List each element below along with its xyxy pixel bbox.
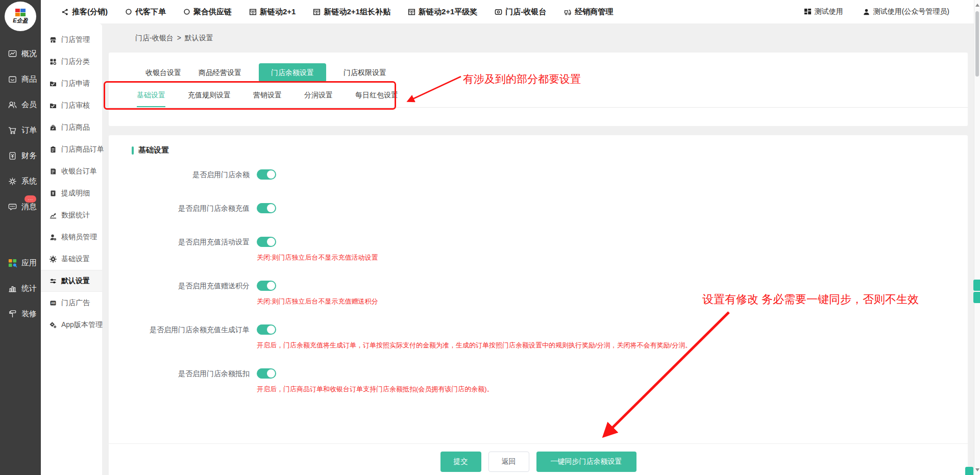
back-button[interactable]: 返回: [488, 452, 529, 472]
sidebar-item-label: 概况: [21, 49, 37, 59]
sidebar-item-members[interactable]: 会员: [0, 92, 41, 117]
row-note: 开启后，门店余额充值将生成订单，订单按照实际支付的金额为准，生成的订单按照门店余…: [257, 341, 692, 350]
toggle-enable-recharge-points[interactable]: [257, 281, 276, 291]
submenu-item-store-ads[interactable]: AD 门店广告: [41, 292, 102, 314]
form-row: 是否启用门店余额充值生成订单 开启后，门店余额充值将生成订单，订单按照实际支付的…: [109, 324, 968, 350]
brand-logo: E企盈: [5, 2, 36, 31]
topnav-label: 门店-收银台: [505, 7, 546, 17]
ledger-icon: [249, 8, 257, 16]
submenu-label: 收银台订单: [61, 167, 97, 176]
topbar-account-label: 测试使用: [815, 7, 843, 16]
submenu-label: 门店商品订单: [61, 145, 104, 154]
overview-icon: [8, 49, 17, 59]
section-title: 基础设置: [132, 145, 968, 155]
tab-store-permission-settings[interactable]: 门店权限设置: [344, 63, 386, 82]
toggle-enable-balance-recharge[interactable]: [257, 203, 276, 213]
scrollbar-up-arrow[interactable]: [975, 4, 979, 7]
submenu-item-store-audit[interactable]: 门店审核: [41, 94, 102, 116]
submenu-label: 门店申请: [61, 79, 90, 88]
annotation-text-subtabs: 有涉及到的部分都要设置: [463, 72, 581, 86]
sidebar-item-finance[interactable]: 财务: [0, 143, 41, 168]
submenu-item-store-goods-orders[interactable]: 门店商品订单: [41, 138, 102, 160]
sliders-icon: [50, 278, 57, 285]
topnav-item-chain-21[interactable]: 新链动2+1: [249, 7, 296, 17]
submenu-label: 门店商品: [61, 123, 90, 132]
topnav-item-chain-21-leader[interactable]: 新链动2+1组长补贴: [313, 7, 390, 17]
floating-corner-widget[interactable]: [965, 467, 973, 475]
tab-cashier-settings[interactable]: 收银台设置: [145, 63, 181, 82]
members-icon: [8, 100, 17, 110]
topnav-item-proxy-order[interactable]: 代客下单: [125, 7, 166, 17]
subtab-marketing[interactable]: 营销设置: [253, 91, 282, 107]
topnav-item-distribution[interactable]: 推客(分销): [61, 7, 108, 17]
subtab-basic-settings[interactable]: 基础设置: [137, 91, 165, 107]
stats-icon: [8, 284, 17, 293]
scrollbar-thumb[interactable]: [975, 11, 979, 77]
breadcrumb: 门店-收银台 > 默认设置: [102, 23, 974, 53]
apps-grid-icon: [804, 8, 812, 16]
tab-store-balance-settings[interactable]: 门店余额设置: [259, 63, 326, 82]
person-gear-icon: [50, 234, 57, 241]
toggle-enable-store-balance[interactable]: [257, 169, 276, 180]
submenu-item-cashier-orders[interactable]: 收银台订单: [41, 160, 102, 182]
topnav-label: 新链动2+1: [260, 7, 296, 17]
topnav-item-dealer-mgmt[interactable]: 经销商管理: [564, 7, 613, 17]
floating-widget-button[interactable]: [973, 292, 980, 303]
submenu-item-commission[interactable]: 提成明细: [41, 182, 102, 204]
store-submenu: 门店管理 门店分类 门店申请 门店审核 门店商品 门店商品订单 收银台订单 提成…: [41, 23, 102, 475]
tab-goods-operation-settings[interactable]: 商品经营设置: [199, 63, 241, 82]
topnav-item-supply-chain[interactable]: 聚合供应链: [183, 7, 232, 17]
sidebar-item-apps[interactable]: 应用: [0, 250, 41, 276]
chart-icon: [50, 212, 57, 219]
sidebar-item-label: 系统: [21, 177, 37, 186]
topnav-item-store-cashier[interactable]: 门店-收银台: [495, 7, 546, 17]
submenu-item-store-apply[interactable]: 门店申请: [41, 72, 102, 94]
sync-store-balance-button[interactable]: 一键同步门店余额设置: [536, 452, 636, 472]
submenu-item-store-goods[interactable]: 门店商品: [41, 116, 102, 138]
topbar-test-account[interactable]: 测试使用: [804, 7, 843, 16]
subtab-profit-sharing[interactable]: 分润设置: [304, 91, 333, 107]
topnav-label: 新链动2+1组长补贴: [324, 7, 390, 17]
submenu-label: 门店审核: [61, 101, 90, 110]
delivery-icon: [564, 8, 572, 16]
sidebar-item-stats[interactable]: 统计: [0, 276, 41, 301]
sidebar-item-goods[interactable]: 商品: [0, 66, 41, 92]
apps-colored-icon: [8, 258, 17, 268]
page-scrollbar: [974, 0, 980, 475]
submenu-item-store-mgmt[interactable]: 门店管理: [41, 29, 102, 51]
topnav-label: 经销商管理: [575, 7, 613, 17]
form-row: 是否启用充值活动设置 关闭:则门店独立后台不显示充值活动设置: [109, 237, 968, 262]
sidebar-item-overview[interactable]: 概况: [0, 41, 41, 66]
breadcrumb-parent[interactable]: 门店-收银台: [135, 34, 174, 53]
main-sidebar: E企盈 概况 商品 会员 订单 财务 系统 消息 ... 应用 统计 装修: [0, 0, 41, 475]
sidebar-item-decorate[interactable]: 装修: [0, 301, 41, 327]
toggle-enable-recharge-activity[interactable]: [257, 237, 276, 247]
sidebar-item-label: 统计: [21, 284, 37, 293]
submit-button[interactable]: 提交: [440, 452, 481, 472]
toggle-enable-recharge-order[interactable]: [257, 324, 276, 335]
submenu-item-verifier-mgmt[interactable]: 核销员管理: [41, 226, 102, 248]
submenu-label: 核销员管理: [61, 233, 97, 242]
toggle-enable-balance-deduction[interactable]: [257, 368, 276, 379]
category-grid-icon: [50, 58, 57, 65]
finance-icon: [8, 151, 17, 161]
submenu-item-app-version[interactable]: App版本管理: [41, 314, 102, 336]
subtab-recharge-rules[interactable]: 充值规则设置: [188, 91, 231, 107]
row-label: 是否启用门店余额充值生成订单: [109, 324, 257, 350]
submenu-item-store-category[interactable]: 门店分类: [41, 51, 102, 72]
scrollbar-down-arrow[interactable]: [975, 468, 979, 471]
ledger-icon: [408, 8, 415, 16]
topnav-item-chain-21-peer[interactable]: 新链动2+1平级奖: [408, 7, 477, 17]
submenu-item-basic-settings[interactable]: 基础设置: [41, 248, 102, 270]
subtab-daily-redpacket[interactable]: 每日红包设置: [355, 91, 398, 107]
sidebar-item-orders[interactable]: 订单: [0, 117, 41, 143]
sidebar-item-system[interactable]: 系统: [0, 168, 41, 194]
form-row: 是否启用门店余额: [109, 169, 968, 180]
submenu-item-data-stats[interactable]: 数据统计: [41, 204, 102, 226]
topbar-user-account[interactable]: 测试使用(公众号管理员): [863, 7, 949, 16]
sidebar-item-messages[interactable]: 消息 ...: [0, 194, 41, 219]
submenu-label: 门店管理: [61, 35, 90, 44]
title-accent-bar: [132, 146, 134, 155]
floating-widget-button[interactable]: [973, 280, 980, 291]
submenu-item-default-settings[interactable]: 默认设置: [41, 270, 102, 292]
